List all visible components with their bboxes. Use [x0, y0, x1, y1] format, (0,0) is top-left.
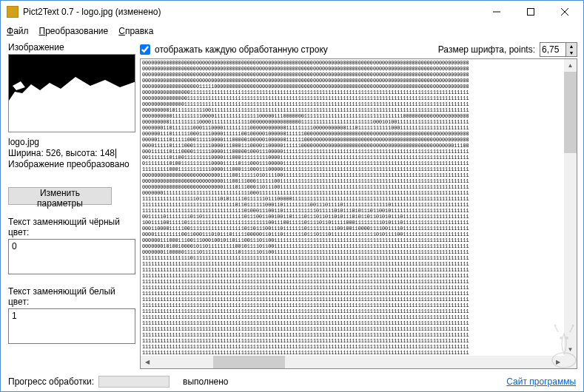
black-text-input[interactable]	[8, 239, 135, 274]
right-panel: отображать каждую обработанную строку Ра…	[140, 39, 583, 372]
show-each-line-label: отображать каждую обработанную строку	[155, 44, 328, 55]
status-bar: Прогресс обработки: выполнено Сайт прогр…	[1, 372, 583, 391]
black-text-label: Текст заменяющий чёрный цвет:	[8, 217, 135, 237]
font-size-spinner[interactable]: ▲ ▼	[540, 42, 577, 57]
site-link[interactable]: Сайт программы	[506, 376, 576, 387]
change-params-button[interactable]: Изменить параметры	[8, 187, 112, 205]
progress-label: Прогресс обработки:	[8, 376, 94, 387]
file-info: logo.jpg Ширина: 526, высота: 148 Изобра…	[8, 137, 135, 181]
spin-up-icon[interactable]: ▲	[566, 43, 577, 50]
close-button[interactable]	[548, 1, 582, 23]
progress-bar	[98, 376, 170, 388]
hscroll-thumb[interactable]	[213, 356, 285, 368]
text-output-content[interactable]: 0000000000000000000000000000000000000000…	[141, 59, 564, 356]
font-size-input[interactable]	[540, 43, 565, 56]
titlebar[interactable]: Pict2Text 0.7 - logo.jpg (изменено)	[1, 1, 583, 23]
vertical-scrollbar[interactable]: ▲ ▼	[564, 59, 577, 356]
text-caret	[115, 149, 116, 158]
image-preview	[8, 54, 135, 132]
menu-transform[interactable]: Преобразование	[39, 26, 109, 36]
svg-rect-1	[528, 9, 534, 16]
app-icon	[7, 6, 19, 18]
hscroll-track[interactable]	[153, 356, 551, 368]
scroll-down-icon[interactable]: ▼	[564, 343, 577, 356]
menu-help[interactable]: Справка	[118, 26, 153, 36]
left-panel: Изображение logo.jpg Ширина: 526, высота…	[1, 39, 140, 372]
image-dimensions: Ширина: 526, высота: 148	[8, 148, 115, 158]
window-title: Pict2Text 0.7 - logo.jpg (изменено)	[23, 7, 480, 17]
white-text-label: Текст заменяющий белый цвет:	[8, 286, 135, 307]
menu-file[interactable]: Файл	[7, 26, 29, 36]
show-each-line-checkbox[interactable]	[140, 44, 150, 55]
menubar: Файл Преобразование Справка	[1, 23, 583, 39]
horizontal-scrollbar[interactable]: ◀ ▶	[141, 356, 564, 368]
text-output[interactable]: 0000000000000000000000000000000000000000…	[140, 58, 577, 369]
font-size-label: Размер шрифта, points:	[438, 44, 535, 55]
progress-done-label: выполнено	[183, 376, 229, 387]
scroll-corner	[564, 356, 577, 368]
conversion-status: Изображение преобразовано	[8, 159, 135, 170]
vscroll-thumb[interactable]	[564, 72, 577, 153]
maximize-button[interactable]	[514, 1, 548, 23]
white-text-input[interactable]	[8, 308, 135, 344]
spin-down-icon[interactable]: ▼	[566, 50, 577, 56]
scroll-left-icon[interactable]: ◀	[141, 356, 153, 368]
scroll-up-icon[interactable]: ▲	[564, 59, 577, 72]
filename: logo.jpg	[8, 137, 135, 148]
image-label: Изображение	[8, 42, 135, 53]
minimize-button[interactable]	[480, 1, 514, 23]
vscroll-track[interactable]	[564, 72, 577, 343]
scroll-right-icon[interactable]: ▶	[551, 356, 564, 368]
